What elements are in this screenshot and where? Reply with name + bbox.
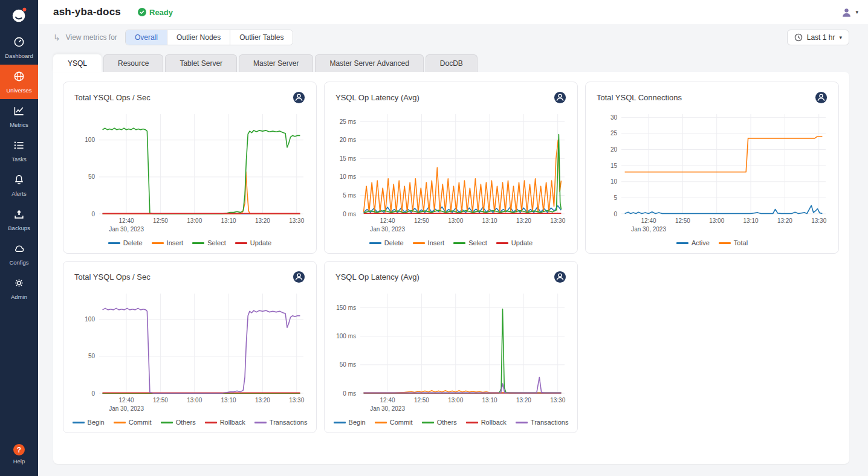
metric-tabs: YSQL Resource Tablet Server Master Serve…	[53, 54, 849, 72]
time-range-selector[interactable]: Last 1 hr ▾	[787, 30, 849, 45]
chart-plot[interactable]: 12:4012:5013:0013:1013:2013:30Jan 30, 20…	[70, 285, 309, 415]
scope-tab-outlier-tables[interactable]: Outlier Tables	[230, 30, 293, 45]
legend-label: Active	[691, 239, 710, 246]
chart-aggregate-icon[interactable]	[554, 271, 566, 283]
svg-text:20 ms: 20 ms	[340, 137, 356, 143]
svg-text:12:50: 12:50	[414, 397, 429, 404]
svg-text:13:20: 13:20	[777, 217, 792, 224]
chart-legend: BeginCommitOthersRollbackTransactions	[331, 415, 571, 428]
svg-text:0: 0	[614, 211, 617, 217]
legend-item[interactable]: Begin	[73, 419, 105, 426]
legend-item[interactable]: Rollback	[205, 419, 245, 426]
tab-resource[interactable]: Resource	[103, 54, 163, 72]
legend-item[interactable]: Select	[453, 239, 487, 246]
tab-ysql[interactable]: YSQL	[53, 54, 102, 72]
svg-text:0 ms: 0 ms	[343, 211, 356, 217]
chart-aggregate-icon[interactable]	[554, 91, 566, 104]
legend-item[interactable]: Insert	[413, 239, 445, 246]
legend-item[interactable]: Rollback	[466, 419, 507, 426]
legend-swatch	[375, 422, 387, 423]
svg-text:13:30: 13:30	[811, 217, 826, 224]
chart-aggregate-icon[interactable]	[293, 271, 305, 283]
sidebar-item-backups[interactable]: Backups	[0, 202, 38, 237]
legend-item[interactable]: Transactions	[254, 419, 308, 426]
sidebar-item-help[interactable]: ? Help	[0, 439, 38, 470]
legend-swatch	[114, 422, 126, 423]
sidebar-item-configs[interactable]: Configs	[0, 237, 38, 271]
configs-icon	[13, 243, 25, 257]
chart-card-ysql-connections: Total YSQL Connections 12:4012:5013:0013…	[585, 82, 839, 254]
tab-master-server[interactable]: Master Server	[239, 54, 313, 72]
legend-swatch	[369, 242, 381, 244]
legend-item[interactable]: Insert	[152, 239, 184, 246]
yugabyte-logo-icon[interactable]	[0, 0, 38, 30]
sidebar-item-admin[interactable]: Admin	[0, 271, 38, 306]
main-area: ash-yba-docs Ready ▾ ↳ View metrics for …	[38, 0, 868, 476]
tab-tablet-server[interactable]: Tablet Server	[165, 54, 237, 72]
svg-text:13:00: 13:00	[187, 217, 202, 224]
svg-text:Jan 30, 2023: Jan 30, 2023	[109, 405, 144, 412]
sidebar-item-alerts[interactable]: Alerts	[0, 168, 38, 202]
legend-label: Delete	[123, 239, 143, 246]
legend-item[interactable]: Select	[192, 239, 226, 246]
svg-text:12:40: 12:40	[119, 217, 134, 224]
chart-aggregate-icon[interactable]	[293, 91, 305, 104]
svg-text:100: 100	[85, 316, 95, 323]
sidebar-item-dashboard[interactable]: Dashboard	[0, 30, 38, 65]
legend-label: Transactions	[531, 419, 569, 426]
charts-row-1: Total YSQL Ops / Sec 12:4012:5013:0013:1…	[63, 82, 840, 254]
scope-tab-outlier-nodes[interactable]: Outlier Nodes	[167, 30, 230, 45]
legend-label: Select	[468, 239, 487, 246]
legend-label: Transactions	[270, 419, 308, 426]
tab-master-server-advanced[interactable]: Master Server Advanced	[315, 54, 423, 72]
legend-item[interactable]: Update	[496, 239, 533, 246]
sidebar-item-metrics[interactable]: Metrics	[0, 99, 38, 133]
scope-tab-overall[interactable]: Overall	[126, 30, 167, 45]
legend-swatch	[496, 242, 508, 244]
sidebar-item-label: Alerts	[11, 190, 26, 197]
svg-text:Jan 30, 2023: Jan 30, 2023	[631, 226, 666, 233]
chart-plot[interactable]: 12:4012:5013:0013:1013:2013:30Jan 30, 20…	[592, 106, 832, 236]
svg-text:Jan 30, 2023: Jan 30, 2023	[370, 405, 405, 412]
chart-aggregate-icon[interactable]	[815, 91, 828, 104]
legend-item[interactable]: Total	[719, 239, 748, 246]
svg-text:13:00: 13:00	[448, 217, 463, 224]
svg-text:13:30: 13:30	[289, 397, 304, 404]
metrics-scope-segmented-control: Overall Outlier Nodes Outlier Tables	[125, 30, 294, 45]
legend-label: Commit	[390, 419, 413, 426]
chart-plot[interactable]: 12:4012:5013:0013:1013:2013:30Jan 30, 20…	[331, 106, 571, 236]
sidebar-item-label: Admin	[11, 294, 27, 300]
legend-item[interactable]: Transactions	[516, 419, 569, 426]
legend-swatch	[192, 242, 204, 244]
tab-docdb[interactable]: DocDB	[426, 54, 478, 72]
sidebar-item-tasks[interactable]: Tasks	[0, 133, 38, 168]
sidebar-item-universes[interactable]: Universes	[0, 65, 38, 99]
sidebar-item-label: Help	[13, 458, 25, 465]
svg-text:100: 100	[85, 137, 95, 143]
legend-item[interactable]: Delete	[369, 239, 404, 246]
svg-text:13:20: 13:20	[255, 397, 270, 404]
user-icon	[841, 7, 852, 18]
svg-text:12:40: 12:40	[119, 397, 134, 404]
legend-item[interactable]: Commit	[114, 419, 152, 426]
legend-swatch	[453, 242, 465, 244]
legend-label: Commit	[129, 419, 152, 426]
legend-item[interactable]: Commit	[375, 419, 413, 426]
svg-text:12:40: 12:40	[380, 217, 395, 224]
view-metrics-for-label: View metrics for	[66, 33, 117, 42]
user-menu[interactable]: ▾	[841, 7, 858, 18]
legend-item[interactable]: Update	[235, 239, 271, 246]
legend-item[interactable]: Others	[161, 419, 196, 426]
chart-plot[interactable]: 12:4012:5013:0013:1013:2013:30Jan 30, 20…	[331, 285, 571, 415]
legend-swatch	[205, 422, 217, 423]
legend-item[interactable]: Active	[676, 239, 710, 246]
chart-card-ysql-latency: YSQL Op Latency (Avg) 12:4012:5013:0013:…	[324, 82, 578, 254]
legend-swatch	[108, 242, 120, 244]
legend-item[interactable]: Begin	[334, 419, 366, 426]
chart-title: Total YSQL Ops / Sec	[74, 272, 151, 281]
chart-plot[interactable]: 12:4012:5013:0013:1013:2013:30Jan 30, 20…	[70, 106, 309, 236]
legend-item[interactable]: Delete	[108, 239, 143, 246]
legend-item[interactable]: Others	[422, 419, 457, 426]
universe-title: ash-yba-docs	[53, 6, 121, 18]
chart-title: Total YSQL Ops / Sec	[74, 93, 151, 102]
